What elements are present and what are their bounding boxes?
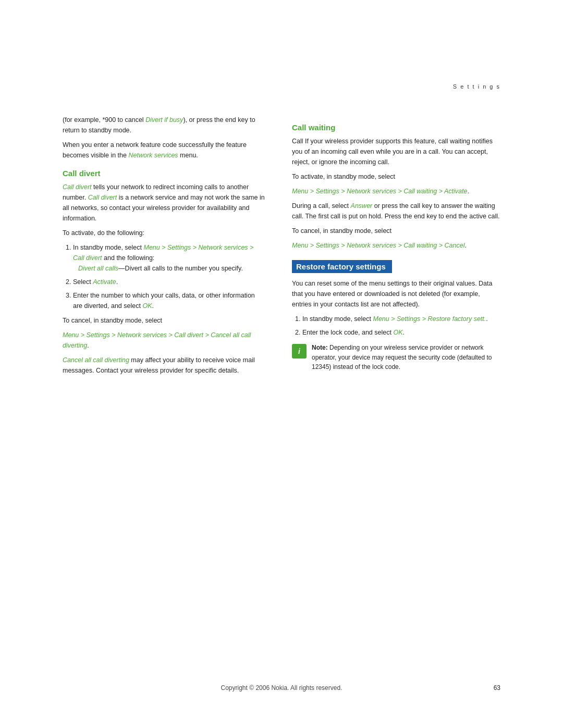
ok-link: OK: [142, 302, 152, 310]
page-number: 63: [494, 684, 500, 692]
divert-all-link: Divert all calls: [78, 265, 118, 272]
restore-factory-heading: Restore factory settings: [292, 260, 392, 273]
step1: In standby mode, select Menu > Settings …: [73, 242, 266, 274]
intro-paragraph: (for example, *900 to cancel Divert if b…: [63, 115, 266, 135]
activate-path-link: Menu > Settings > Network services > Cal…: [292, 188, 468, 195]
during-call: During a call, select Answer or press th…: [292, 201, 500, 221]
activate-link: Activate: [93, 278, 116, 286]
left-column: (for example, *900 to cancel Divert if b…: [63, 115, 282, 380]
call-waiting-cancel-path: Menu > Settings > Network services > Cal…: [292, 240, 500, 251]
cancel-label: To cancel, in standby mode, select: [63, 315, 266, 326]
page: S e t t i n g s (for example, *900 to ca…: [0, 0, 563, 728]
divert-all-block: Divert all calls—Divert all calls to the…: [73, 263, 266, 274]
restore-step1-link: Menu > Settings > Restore factory sett.: [373, 315, 486, 323]
step3: Enter the number to which your calls, da…: [73, 290, 266, 311]
cancel-path-link: Menu > Settings > Network services > Cal…: [63, 331, 251, 349]
answer-link: Answer: [351, 202, 373, 209]
note-icon: [292, 344, 307, 359]
copyright-text: Copyright © 2006 Nokia. All rights reser…: [221, 684, 342, 692]
call-waiting-activate-path: Menu > Settings > Network services > Cal…: [292, 186, 500, 196]
call-waiting-heading: Call waiting: [292, 123, 500, 132]
network-services-link: Network services: [128, 152, 178, 159]
cancel-waiting-link: Menu > Settings > Network services > Cal…: [292, 242, 464, 249]
cancel-note-link: Cancel all call diverting: [63, 356, 129, 364]
cancel-path: Menu > Settings > Network services > Cal…: [63, 330, 266, 351]
restore-step1: In standby mode, select Menu > Settings …: [302, 314, 500, 324]
intro-text4: menu.: [178, 152, 198, 159]
restore-factory-heading-box: Restore factory settings: [292, 260, 500, 273]
note-label: Note:: [312, 344, 328, 351]
cancel-note: Cancel all call diverting may affect you…: [63, 355, 266, 376]
call-divert-link1: Call divert: [63, 183, 92, 191]
call-waiting-cancel-label: To cancel, in standby mode, select: [292, 226, 500, 236]
intro-paragraph2: When you enter a network feature code su…: [63, 140, 266, 161]
restore-ok-link: OK: [393, 329, 402, 336]
right-column: Call waiting Call If your wireless provi…: [282, 115, 500, 380]
page-footer: Copyright © 2006 Nokia. All rights reser…: [0, 684, 563, 692]
note-box: Note: Depending on your wireless service…: [292, 343, 500, 372]
call-divert-p1: Call divert tells your network to redire…: [63, 182, 266, 224]
call-divert-heading: Call divert: [63, 169, 266, 178]
step2: Select Activate.: [73, 277, 266, 287]
call-divert-link2: Call divert: [88, 194, 117, 201]
intro-text1: (for example, *900 to cancel: [63, 116, 145, 124]
restore-factory-p1: You can reset some of the menu settings …: [292, 278, 500, 310]
call-waiting-activate: To activate, in standby mode, select: [292, 171, 500, 182]
call-waiting-p1: Call If your wireless provider supports …: [292, 136, 500, 167]
note-text: Depending on your wireless service provi…: [312, 344, 492, 371]
header-text: S e t t i n g s: [453, 83, 500, 90]
content-area: (for example, *900 to cancel Divert if b…: [0, 115, 563, 380]
page-header: S e t t i n g s: [453, 83, 500, 90]
activate-label: To activate, do the following:: [63, 228, 266, 238]
restore-step2: Enter the lock code, and select OK.: [302, 327, 500, 338]
divert-if-busy-link: Divert if busy: [145, 116, 183, 124]
call-divert-steps: In standby mode, select Menu > Settings …: [63, 242, 266, 311]
restore-factory-steps: In standby mode, select Menu > Settings …: [292, 314, 500, 338]
note-content: Note: Depending on your wireless service…: [312, 343, 500, 372]
divert-all-text: —Divert all calls to the number you spec…: [118, 265, 243, 272]
